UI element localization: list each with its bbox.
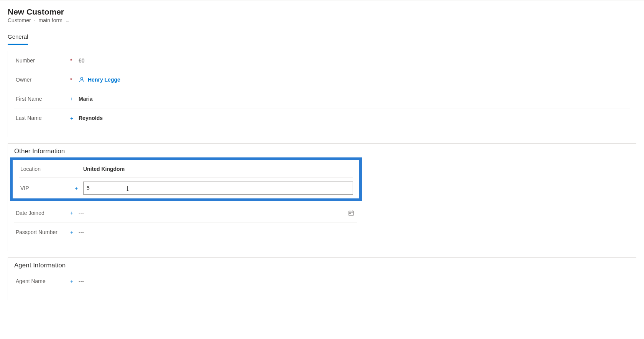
breadcrumb-separator: · [34,17,36,23]
svg-point-0 [80,77,83,80]
page-title: New Customer [8,7,636,16]
svg-rect-5 [350,213,350,214]
field-row-number: Number * 60 [14,51,630,70]
label-agent-name: Agent Name [14,278,70,284]
highlight-annotation: Location United Kingdom VIP + I [10,157,362,201]
field-row-location: Location United Kingdom [19,160,353,178]
label-owner: Owner [14,77,70,83]
label-last-name: Last Name [14,115,70,121]
chevron-down-icon[interactable] [66,18,69,22]
recommended-marker: + [70,229,79,236]
calendar-icon[interactable] [348,210,354,216]
recommended-marker: + [75,185,83,192]
section-general: Number * 60 Owner * Henry Legge First Na… [8,51,636,137]
label-passport: Passport Number [14,229,70,235]
value-agent-name[interactable]: --- [79,277,357,286]
field-row-vip: VIP + I [19,178,353,198]
person-icon [79,77,85,83]
section-title-other-info: Other Information [8,144,636,157]
field-row-date-joined: Date Joined + --- [14,203,357,223]
vip-input[interactable] [83,182,353,195]
label-first-name: First Name [14,96,70,102]
breadcrumb-entity: Customer [8,17,31,23]
field-row-first-name: First Name + Maria [14,89,630,108]
field-row-owner: Owner * Henry Legge [14,70,630,89]
spacer-marker [75,165,83,172]
label-number: Number [14,57,70,64]
required-marker: * [70,76,79,83]
recommended-marker: + [70,278,79,285]
breadcrumb[interactable]: Customer · main form [8,17,636,23]
recommended-marker: + [70,210,79,216]
field-row-passport: Passport Number + --- [14,223,357,242]
value-date-joined[interactable]: --- [79,208,348,218]
value-number[interactable]: 60 [79,56,630,65]
label-date-joined: Date Joined [14,210,70,216]
field-row-last-name: Last Name + Reynolds [14,108,630,128]
section-other-information: Other Information Location United Kingdo… [8,143,636,251]
section-agent-information: Agent Information Agent Name + --- [8,257,636,300]
field-row-agent-name: Agent Name + --- [14,272,357,291]
recommended-marker: + [70,115,79,121]
label-location: Location [19,166,75,172]
recommended-marker: + [70,95,79,102]
breadcrumb-form-name: main form [39,17,62,23]
page-header: New Customer Customer · main form [0,6,644,23]
required-marker: * [70,57,79,64]
value-last-name[interactable]: Reynolds [79,113,630,123]
value-first-name[interactable]: Maria [79,94,630,103]
owner-name: Henry Legge [88,77,120,83]
value-owner[interactable]: Henry Legge [79,75,630,84]
tab-general[interactable]: General [8,31,28,45]
value-passport[interactable]: --- [79,228,357,237]
value-location[interactable]: United Kingdom [83,164,353,174]
label-vip: VIP [19,185,75,191]
tabs-bar: General [0,31,644,45]
top-divider [0,0,644,0]
section-title-agent-info: Agent Information [8,258,636,272]
